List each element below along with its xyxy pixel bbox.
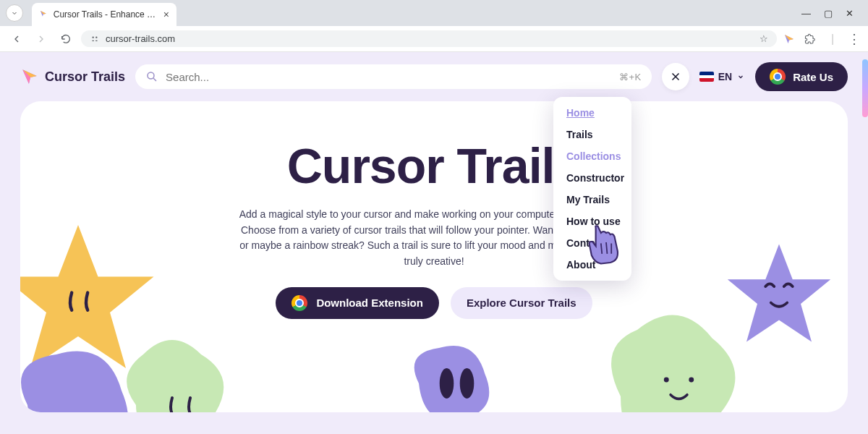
favicon-icon <box>39 9 48 20</box>
svg-point-4 <box>440 368 454 399</box>
nav-item-home[interactable]: Home <box>566 107 618 119</box>
nav-item-constructor[interactable]: Constructor <box>566 172 618 184</box>
explore-label: Explore Cursor Trails <box>467 297 576 309</box>
rate-us-label: Rate Us <box>793 71 833 83</box>
tab-list-dropdown[interactable] <box>6 4 23 22</box>
bookmark-star-icon[interactable]: ☆ <box>760 33 768 44</box>
cursor-pointer-illustration <box>580 220 632 275</box>
search-bar[interactable]: ⌘+K <box>135 64 652 89</box>
toolbar-divider: | <box>826 33 839 46</box>
page-root: Cursor Trails ⌘+K EN Rate Us Home Trails… <box>0 52 868 434</box>
nav-item-collections[interactable]: Collections <box>566 150 618 162</box>
url-text: cursor-trails.com <box>106 33 175 44</box>
explore-trails-button[interactable]: Explore Cursor Trails <box>451 287 592 319</box>
star-decoration-purple <box>725 239 833 347</box>
browser-tab[interactable]: Cursor Trails - Enhance Your Ch × <box>32 3 176 26</box>
tab-close-icon[interactable]: × <box>163 9 169 20</box>
reload-button[interactable] <box>56 30 75 48</box>
site-header: Cursor Trails ⌘+K EN Rate Us <box>0 52 868 101</box>
accent-bar <box>862 59 868 117</box>
download-label: Download Extension <box>316 297 423 309</box>
brand-name: Cursor Trails <box>45 69 125 85</box>
nav-item-trails[interactable]: Trails <box>566 129 618 140</box>
tab-title: Cursor Trails - Enhance Your Ch <box>54 9 158 20</box>
search-shortcut: ⌘+K <box>619 72 642 82</box>
svg-point-7 <box>689 378 694 383</box>
browser-menu-icon[interactable]: ⋮ <box>848 33 861 46</box>
brand-logo[interactable]: Cursor Trails <box>20 67 125 86</box>
uk-flag-icon <box>699 72 714 82</box>
browser-chrome: Cursor Trails - Enhance Your Ch × — ▢ ✕ … <box>0 0 868 52</box>
window-controls: — ▢ ✕ <box>801 8 862 19</box>
rate-us-button[interactable]: Rate Us <box>755 62 848 91</box>
blob-purple-left <box>20 333 150 412</box>
svg-point-1 <box>95 36 97 38</box>
svg-point-0 <box>93 36 94 38</box>
forward-button[interactable] <box>32 30 51 48</box>
site-settings-icon <box>90 34 100 44</box>
browser-toolbar: cursor-trails.com ☆ | ⋮ <box>0 26 868 52</box>
search-icon <box>145 70 158 83</box>
hero-title: Cursor Trails <box>64 137 804 194</box>
close-icon <box>670 71 681 82</box>
svg-point-2 <box>148 72 154 79</box>
svg-point-5 <box>460 368 475 399</box>
hero-section: Cursor Trails Add a magical style to you… <box>20 101 848 412</box>
chevron-down-icon <box>736 72 745 81</box>
back-button[interactable] <box>7 30 26 48</box>
language-selector[interactable]: EN <box>699 71 745 82</box>
address-bar[interactable]: cursor-trails.com ☆ <box>81 30 777 47</box>
svg-point-6 <box>664 378 669 383</box>
search-input[interactable] <box>166 71 612 83</box>
maximize-icon[interactable]: ▢ <box>824 8 833 19</box>
language-label: EN <box>718 71 732 82</box>
minimize-icon[interactable]: — <box>801 8 811 19</box>
menu-toggle-button[interactable] <box>662 63 689 90</box>
extensions-puzzle-icon[interactable] <box>804 33 817 46</box>
close-window-icon[interactable]: ✕ <box>846 8 854 19</box>
chrome-icon <box>770 69 786 85</box>
download-extension-button[interactable]: Download Extension <box>276 287 439 319</box>
cursor-logo-icon <box>20 67 39 86</box>
extension-icon-cursor-trails[interactable] <box>783 33 796 46</box>
tab-strip: Cursor Trails - Enhance Your Ch × — ▢ ✕ <box>0 0 868 26</box>
chrome-icon <box>292 295 307 311</box>
blob-purple-center <box>404 333 505 412</box>
nav-item-my-trails[interactable]: My Trails <box>566 194 618 205</box>
